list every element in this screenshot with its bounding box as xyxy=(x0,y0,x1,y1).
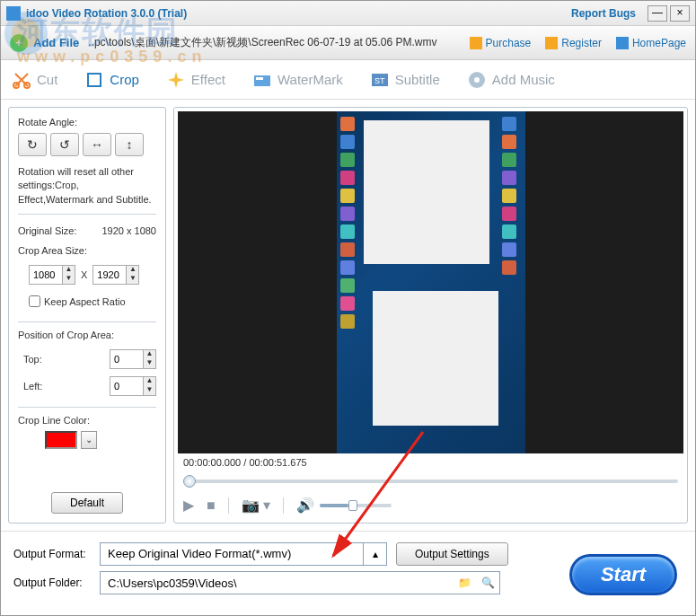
titlebar: idoo Video Rotation 3.0.0 (Trial) Report… xyxy=(1,1,695,26)
preview-panel: 00:00:00.000 / 00:00:51.675 ▶ ■ 📷 ▾ 🔊 xyxy=(173,107,688,524)
chevron-up-icon: ▴ xyxy=(363,543,386,565)
tab-effect[interactable]: Effect xyxy=(166,70,225,90)
rotate-angle-label: Rotate Angle: xyxy=(18,117,156,128)
svg-rect-10 xyxy=(254,75,270,86)
key-icon xyxy=(545,37,558,49)
addfile-bar: + Add File ..pc\tools\桌面\新建文件夹\新视频\Scree… xyxy=(1,26,695,60)
folder-open-icon[interactable]: 📁 xyxy=(453,572,476,594)
svg-point-15 xyxy=(474,77,480,83)
stop-button[interactable]: ■ xyxy=(207,497,216,514)
crop-position-label: Position of Crop Area: xyxy=(18,330,156,340)
tab-cut[interactable]: Cut xyxy=(12,70,57,90)
output-folder-label: Output Folder: xyxy=(13,576,91,589)
svg-rect-3 xyxy=(6,6,21,21)
output-settings-button[interactable]: Output Settings xyxy=(396,542,508,566)
minimize-button[interactable]: — xyxy=(648,5,667,22)
crop-line-color-label: Crop Line Color: xyxy=(18,415,156,426)
close-button[interactable]: × xyxy=(670,5,690,22)
search-folder-icon[interactable]: 🔍 xyxy=(476,572,499,594)
music-icon xyxy=(467,70,487,90)
svg-rect-6 xyxy=(616,37,629,49)
video-preview[interactable] xyxy=(178,111,683,453)
crop-line-color-dropdown[interactable]: ⌄ xyxy=(81,431,97,449)
crop-left-stepper[interactable]: ▲▼ xyxy=(110,376,156,396)
main-toolbar: Cut Crop Effect WaterMark STSubtitle Add… xyxy=(1,60,695,100)
file-path: ..pc\tools\桌面\新建文件夹\新视频\ScreenRec 06-07-… xyxy=(88,35,454,50)
crop-top-stepper[interactable]: ▲▼ xyxy=(110,349,156,369)
watermark-icon xyxy=(252,70,272,90)
window-title: idoo Video Rotation 3.0.0 (Trial) xyxy=(26,7,571,20)
original-size-label: Original Size: xyxy=(18,225,76,236)
output-format-select[interactable]: Keep Original Video Format(*.wmv) ▴ xyxy=(100,542,387,566)
volume-icon[interactable]: 🔊 xyxy=(296,497,314,514)
rotate-reset-note: Rotation will reset all other settings:C… xyxy=(18,165,156,207)
sparkle-icon xyxy=(166,70,186,90)
add-file-button[interactable]: + Add File xyxy=(10,34,79,52)
svg-rect-9 xyxy=(88,74,101,86)
time-display: 00:00:00.000 / 00:00:51.675 xyxy=(178,453,683,471)
tab-subtitle[interactable]: STSubtitle xyxy=(370,70,440,90)
rotate-ccw-button[interactable]: ↺ xyxy=(50,133,79,156)
seek-slider[interactable] xyxy=(183,473,678,489)
homepage-link[interactable]: HomePage xyxy=(616,37,686,49)
snapshot-button[interactable]: 📷 ▾ xyxy=(242,497,270,514)
crop-icon xyxy=(84,70,104,90)
output-folder-input[interactable] xyxy=(101,572,453,594)
plus-icon: + xyxy=(10,34,28,52)
report-bugs-link[interactable]: Report Bugs xyxy=(571,7,636,20)
crop-line-color-swatch[interactable] xyxy=(45,431,77,449)
purchase-link[interactable]: Purchase xyxy=(470,37,532,49)
start-button[interactable]: Start xyxy=(569,554,677,595)
volume-slider[interactable] xyxy=(320,504,392,507)
keep-aspect-checkbox[interactable]: Keep Aspect Ratio xyxy=(29,295,156,307)
original-size-value: 1920 x 1080 xyxy=(101,225,156,236)
flip-horizontal-button[interactable]: ↔ xyxy=(83,133,111,156)
app-icon xyxy=(6,6,21,21)
scissors-icon xyxy=(12,70,31,90)
play-button[interactable]: ▶ xyxy=(183,497,194,514)
flip-vertical-button[interactable]: ↕ xyxy=(115,133,144,156)
default-button[interactable]: Default xyxy=(51,492,123,514)
crop-height-stepper[interactable]: ▲▼ xyxy=(93,265,139,285)
tab-crop[interactable]: Crop xyxy=(84,70,139,90)
crop-area-size-label: Crop Area Size: xyxy=(18,245,156,256)
svg-rect-11 xyxy=(256,77,263,80)
cart-icon xyxy=(470,37,482,49)
subtitle-icon: ST xyxy=(370,70,390,90)
svg-text:ST: ST xyxy=(374,76,385,85)
rotate-cw-button[interactable]: ↻ xyxy=(18,133,47,156)
crop-sidebar: Rotate Angle: ↻ ↺ ↔ ↕ Rotation will rese… xyxy=(8,107,166,524)
crop-width-stepper[interactable]: ▲▼ xyxy=(29,265,75,285)
register-link[interactable]: Register xyxy=(545,37,602,49)
tab-addmusic[interactable]: Add Music xyxy=(467,70,555,90)
output-format-label: Output Format: xyxy=(13,548,91,560)
tab-watermark[interactable]: WaterMark xyxy=(252,70,343,90)
home-icon xyxy=(616,37,629,49)
svg-rect-5 xyxy=(545,37,558,49)
svg-rect-4 xyxy=(470,37,482,49)
